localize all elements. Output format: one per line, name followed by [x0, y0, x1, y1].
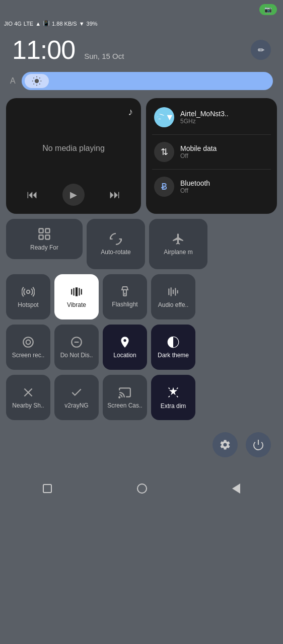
edit-button[interactable]: ✏ [251, 40, 271, 60]
tile-flashlight[interactable]: Flashlight [103, 274, 147, 319]
tile-nearby-share[interactable]: Nearby Sh.. [6, 375, 50, 420]
tile-dark-theme-label: Dark theme [158, 352, 189, 359]
wifi-network-text: Airtel_MoNst3.. 5GHz [180, 110, 229, 125]
audio-effects-icon [167, 285, 180, 298]
mobile-data-item[interactable]: ⇅ Mobile data Off [152, 139, 271, 165]
tile-flashlight-label: Flashlight [112, 301, 137, 308]
tile-screen-cast-label: Screen Cas.. [107, 402, 142, 409]
airplane-icon [172, 232, 185, 246]
hotspot-icon [22, 285, 35, 298]
play-button[interactable]: ▶ [62, 184, 85, 206]
vibrate-icon: 📳 [43, 20, 50, 27]
divider-2 [152, 169, 271, 170]
brightness-thumb [25, 74, 49, 88]
location-icon [118, 336, 131, 349]
bluetooth-sub: Off [180, 187, 210, 194]
prev-button[interactable]: ⏮ [27, 188, 38, 201]
svg-point-22 [26, 340, 31, 345]
tile-airplane[interactable]: Airplane m [149, 219, 207, 269]
back-button[interactable] [232, 484, 240, 494]
media-controls: ⏮ ▶ ⏭ [14, 179, 133, 206]
tile-hotspot-label: Hotspot [18, 301, 38, 308]
nav-bar [0, 473, 283, 502]
brightness-slider[interactable] [22, 72, 273, 90]
no-media-text: No media playing [14, 118, 133, 179]
tile-location-label: Location [113, 352, 136, 359]
tile-v2rayng-label: v2rayNG [64, 402, 88, 409]
dark-theme-icon [167, 336, 180, 349]
tile-audio-effects-label: Audio effe.. [158, 301, 189, 308]
tile-v2rayng[interactable]: v2rayNG [54, 375, 99, 420]
tile-vibrate-label: Vibrate [67, 301, 86, 308]
power-button[interactable] [246, 432, 271, 457]
tile-hotspot[interactable]: Hotspot [6, 274, 50, 319]
bluetooth-item[interactable]: Ƀ Bluetooth Off [152, 174, 271, 200]
svg-point-28 [119, 397, 120, 398]
tile-ready-for[interactable]: Ready For [6, 219, 83, 259]
wifi-icon-wrap: ▼ [154, 107, 174, 127]
mobile-data-sub: Off [180, 152, 217, 159]
svg-line-4 [39, 84, 40, 84]
wifi-name: Airtel_MoNst3.. [180, 110, 229, 118]
vibrate-icon [70, 285, 83, 298]
music-note-icon: ♪ [14, 106, 133, 118]
settings-button[interactable] [213, 432, 238, 457]
tile-auto-rotate[interactable]: Auto-rotate [87, 219, 145, 269]
tile-dnd-label: Do Not Dis.. [60, 352, 93, 359]
power-icon [252, 439, 264, 451]
brightness-min-label: A [10, 76, 16, 86]
wifi-symbol: ▼ [165, 112, 174, 123]
extra-dim-icon [166, 385, 180, 399]
home-button[interactable] [137, 484, 147, 494]
status-bar: 📷 [0, 0, 283, 17]
svg-point-13 [27, 290, 30, 294]
tile-extra-dim[interactable]: Extra dim [151, 375, 195, 420]
tile-do-not-disturb[interactable]: Do Not Dis.. [54, 325, 99, 370]
wifi-icon: ▼ [79, 21, 85, 27]
sun-icon [32, 76, 42, 86]
svg-rect-11 [39, 235, 43, 239]
svg-rect-9 [39, 229, 43, 233]
mobile-data-name: Mobile data [180, 144, 217, 152]
bluetooth-name: Bluetooth [180, 179, 210, 187]
panels-container: ♪ No media playing ⏮ ▶ ⏭ ▼ Airtel_MoNst3… [0, 98, 283, 420]
tile-location[interactable]: Location [103, 325, 147, 370]
mobile-data-text: Mobile data Off [180, 144, 217, 159]
bluetooth-icon: Ƀ [161, 181, 167, 192]
camera-pill: 📷 [259, 4, 277, 15]
tile-audio-effects[interactable]: Audio effe.. [151, 274, 195, 319]
tile-screen-cast[interactable]: Screen Cas.. [103, 375, 147, 420]
clock-date: Sun, 15 Oct [84, 52, 124, 60]
svg-line-7 [33, 84, 34, 84]
svg-rect-12 [45, 235, 49, 239]
network-type: LTE [24, 21, 33, 27]
tile-screen-rec-label: Screen rec.. [12, 352, 45, 359]
camera-icon: 📷 [264, 6, 272, 13]
tile-dark-theme[interactable]: Dark theme [151, 325, 195, 370]
tile-extra-dim-label: Extra dim [161, 403, 186, 410]
svg-rect-10 [45, 229, 49, 233]
tile-auto-rotate-label: Auto-rotate [101, 249, 130, 256]
bluetooth-text: Bluetooth Off [180, 179, 210, 194]
svg-line-3 [33, 78, 34, 78]
svg-point-0 [35, 79, 39, 83]
signal-icon: ▲ [35, 21, 41, 27]
screen-rec-icon [22, 336, 35, 349]
bluetooth-icon-wrap: Ƀ [154, 177, 174, 197]
tile-vibrate[interactable]: Vibrate [54, 274, 99, 319]
network-card: ▼ Airtel_MoNst3.. 5GHz ⇅ Mobile data Off [146, 98, 277, 214]
tile-screen-rec[interactable]: Screen rec.. [6, 325, 50, 370]
tiles-row-2: Hotspot Vibrate Flashlight Au [6, 274, 277, 319]
tiles-row-1: Ready For Auto-rotate Airplane m [6, 219, 277, 269]
next-button[interactable]: ⏭ [109, 188, 120, 201]
wifi-item[interactable]: ▼ Airtel_MoNst3.. 5GHz [152, 104, 271, 130]
battery-text: 39% [87, 21, 98, 27]
clock-area: 11:00 Sun, 15 Oct ✏ [0, 30, 283, 70]
tile-ready-for-label: Ready For [30, 244, 58, 251]
nearby-share-icon [22, 386, 35, 399]
recents-button[interactable] [43, 484, 52, 493]
clock-time: 11:00 [12, 35, 75, 65]
brightness-row: A [0, 70, 283, 98]
settings-icon [219, 439, 231, 451]
tile-airplane-label: Airplane m [164, 249, 192, 256]
